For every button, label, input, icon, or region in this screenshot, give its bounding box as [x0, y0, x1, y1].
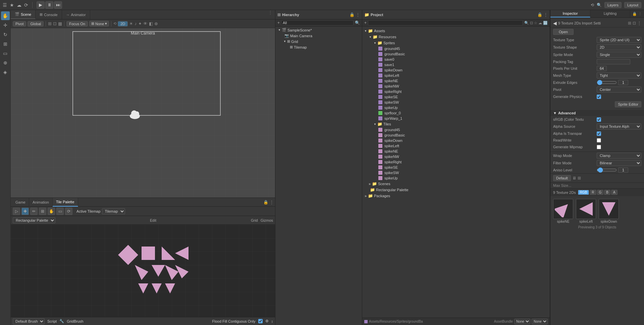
animator-tab[interactable]: → Animator: [62, 10, 90, 19]
project-assets[interactable]: ▼ 📁 Assets: [362, 28, 550, 34]
back-arrow[interactable]: ◀: [553, 20, 557, 26]
insp-lock-icon[interactable]: 🔒: [632, 12, 637, 16]
hierarchy-search[interactable]: [281, 20, 354, 25]
scroll-icon[interactable]: ↕: [271, 319, 273, 323]
tile-spikeNW[interactable]: spikeNW: [362, 154, 550, 159]
wrap-mode-select[interactable]: Clamp: [597, 153, 641, 159]
tile-ground45[interactable]: ground45: [362, 127, 550, 132]
gizmos-icon[interactable]: ⊕: [154, 21, 158, 26]
scene-root-item[interactable]: ▼ 🎬 SampleScene*: [275, 27, 362, 33]
lock-icon[interactable]: 🔒: [263, 200, 268, 205]
tile-spikeSE[interactable]: spikeSE: [362, 165, 550, 170]
project-menu-icon[interactable]: ⋮: [544, 12, 548, 17]
tile-palette-canvas[interactable]: [11, 225, 275, 317]
sprite-spikeRight[interactable]: spikeRight: [362, 89, 550, 94]
gen-mipmap-checkbox[interactable]: [597, 145, 601, 149]
scene-tab[interactable]: 🎬 Scene: [11, 10, 36, 19]
tilemap-select[interactable]: Tilemap: [102, 208, 125, 214]
edit-palette-btn[interactable]: Edit: [150, 218, 156, 222]
search-icon[interactable]: 🔍: [597, 3, 602, 7]
cloud-icon[interactable]: ☁: [17, 2, 21, 8]
alpha-transparent-checkbox[interactable]: [597, 131, 601, 136]
global-button[interactable]: Global: [28, 21, 44, 26]
custom-tool[interactable]: ◈: [1, 68, 10, 76]
stats-icon[interactable]: ◧: [149, 21, 153, 26]
extrude-value[interactable]: 1: [618, 80, 628, 85]
select-tile-tool[interactable]: ▷: [13, 208, 20, 215]
focus-on-button[interactable]: Focus On: [66, 21, 88, 26]
gen-physics-checkbox[interactable]: [597, 95, 601, 99]
snap2-icon[interactable]: ▦: [58, 21, 62, 26]
sprite-spikeUp[interactable]: spikeUp: [362, 105, 550, 110]
tile-spikeNE[interactable]: spikeNE: [362, 149, 550, 154]
read-write-checkbox[interactable]: [597, 138, 601, 143]
light-icon[interactable]: ☀: [129, 21, 133, 26]
tile-spikeLeft[interactable]: spikeLeft: [362, 143, 550, 149]
project-tiles-folder[interactable]: ▼ 📁 Tiles: [362, 121, 550, 127]
default-btn[interactable]: Default: [553, 175, 571, 181]
add-hierarchy-icon[interactable]: +: [277, 20, 280, 25]
pivot-button[interactable]: Pivot: [13, 21, 26, 26]
game-tab[interactable]: Game: [12, 198, 29, 207]
console-tab[interactable]: ⊞ Console: [36, 10, 62, 19]
gizmos-btn[interactable]: Gizmos: [261, 218, 273, 222]
move-tool[interactable]: ✛: [1, 21, 10, 30]
pivot-select[interactable]: Center: [597, 87, 641, 93]
sprite-spikeDown[interactable]: spikeDown: [362, 67, 550, 73]
palette-type-select[interactable]: Rectangular Palette: [13, 217, 55, 223]
advanced-header[interactable]: ▼ Advanced: [550, 110, 644, 116]
step-button[interactable]: ⏭: [54, 1, 62, 9]
hierarchy-lock-icon[interactable]: 🔒: [350, 12, 355, 17]
snap-icon[interactable]: ⊡: [53, 21, 57, 26]
a-btn[interactable]: A: [611, 190, 618, 195]
brush-tile-tool[interactable]: ✏: [30, 208, 38, 215]
asset-bundle-variant-select[interactable]: None: [532, 319, 548, 324]
erase-tile-tool[interactable]: ▭: [56, 208, 64, 215]
inspector-tab[interactable]: Inspector: [550, 10, 590, 17]
preview-spikeDown[interactable]: spikeDown: [599, 199, 619, 223]
sprite-ground45[interactable]: ground45: [362, 46, 550, 51]
audio-icon[interactable]: ♪: [135, 21, 137, 26]
r-btn[interactable]: R: [590, 190, 596, 195]
sprite-mode-select[interactable]: Single: [597, 52, 641, 58]
project-resources[interactable]: ▼ 📁 Resources: [362, 34, 550, 40]
scene-view[interactable]: Main Camera: [11, 28, 275, 198]
lighting-tab[interactable]: Lighting: [590, 10, 630, 17]
refresh-icon[interactable]: ⟳: [24, 2, 28, 8]
project-packages[interactable]: ▶ 📁 Packages: [362, 193, 550, 199]
2d-button[interactable]: 2D: [118, 21, 128, 26]
fill-tile-tool[interactable]: ⊞: [39, 208, 46, 215]
preview-spikeLeft[interactable]: spikeLeft: [576, 199, 596, 223]
tile-groundBasic[interactable]: groundBasic: [362, 132, 550, 138]
menu-icon[interactable]: ☰: [3, 2, 7, 8]
extrude-slider[interactable]: [597, 80, 617, 85]
g-btn[interactable]: G: [597, 190, 604, 195]
add-project-icon[interactable]: +: [364, 20, 367, 25]
insp-action-3[interactable]: ⋮: [637, 21, 641, 25]
asset-bundle-select[interactable]: None: [514, 319, 530, 324]
insp-action-2[interactable]: ⊡: [633, 21, 636, 25]
insp-action-1[interactable]: ⊞: [628, 21, 631, 25]
sprite-sprfloor[interactable]: sprfloor_0: [362, 110, 550, 116]
scene-tab-menu[interactable]: ⋮: [268, 10, 275, 19]
sprite-save1[interactable]: save1: [362, 62, 550, 67]
insp-menu-icon[interactable]: ⋮: [638, 12, 642, 16]
alpha-source-select[interactable]: Input Texture Alph: [597, 123, 641, 129]
project-sprites-folder[interactable]: ▼ 📁 Sprites: [362, 40, 550, 46]
hierarchy-tilemap[interactable]: ⊞ Tilemap: [275, 44, 362, 50]
grid-btn[interactable]: Grid: [251, 218, 258, 222]
sprite-groundBasic[interactable]: groundBasic: [362, 51, 550, 57]
sprite-spikeNE[interactable]: spikeNE: [362, 78, 550, 84]
spike-square-tile[interactable]: [142, 247, 155, 260]
tile-spikeRight[interactable]: spikeRight: [362, 159, 550, 165]
preview-spikeNE[interactable]: spikeNE: [553, 199, 573, 223]
texture-shape-select[interactable]: 2D: [597, 44, 641, 50]
hierarchy-menu-icon[interactable]: ⋮: [356, 12, 360, 17]
fx-icon[interactable]: ✦: [138, 21, 142, 26]
star-icon[interactable]: ★: [10, 2, 14, 8]
mesh-type-select[interactable]: Tight: [597, 72, 641, 78]
tile-spikeUp[interactable]: spikeUp: [362, 175, 550, 181]
project-search[interactable]: [368, 20, 523, 25]
sprite-sprWarp[interactable]: sprWarp_1: [362, 116, 550, 121]
eyedrop-tile-tool[interactable]: ✋: [48, 208, 55, 215]
